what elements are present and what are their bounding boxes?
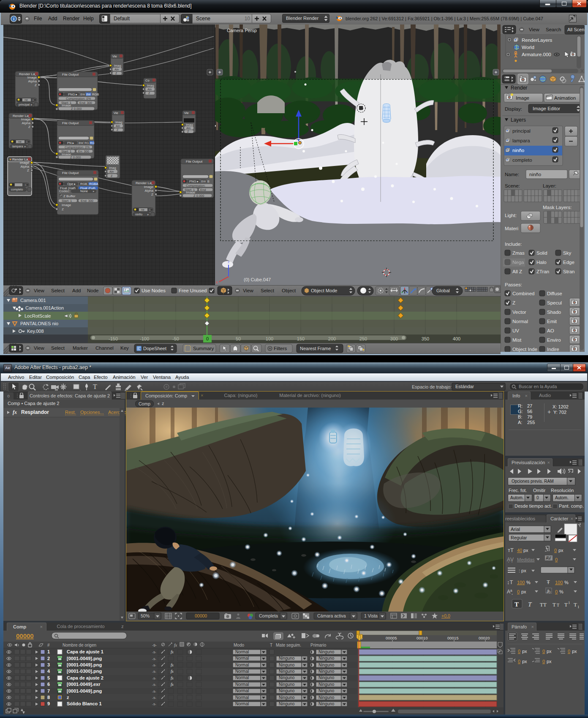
svg-text:Z Buffer: Z Buffer [63,194,76,198]
svg-text:En: 300: En: 300 [78,150,89,153]
svg-text:Vie: Vie [114,111,118,115]
svg-text:Image: Image [62,203,71,207]
svg-text:Image: Image [20,161,30,165]
svg-text:BW: BW [79,141,84,144]
svg-text:Vie: Vie [112,54,117,58]
svg-text:B: B [207,180,210,183]
svg-text:8W: 8W [86,93,91,96]
svg-text:Light:: Light: [505,213,517,218]
svg-text:3: 3 [47,662,50,667]
svg-text:[0001-0049].png: [0001-0049].png [67,662,102,667]
svg-text:ne: ne [18,140,22,143]
svg-text:Z: Z [62,207,64,211]
svg-text:Halo: Halo [536,260,547,265]
svg-text:Z: Z [28,125,30,129]
svg-text:400: 400 [453,336,460,341]
svg-text:Node: Node [87,288,99,293]
svg-text:BW: BW [201,180,206,183]
svg-text:Vector: Vector [512,310,526,315]
svg-text:Passes:: Passes: [505,282,522,287]
svg-text:Camera Persp: Camera Persp [227,28,257,33]
svg-text:completo: completo [512,158,532,163]
svg-text:-9-: -9- [152,696,156,700]
svg-text:Aln: Aln [147,88,152,91]
svg-text:Buscar en la Ayuda: Buscar en la Ayuda [519,384,557,389]
svg-text:Alpha: Alpha [28,79,37,83]
svg-text:PN ▸: PN ▸ [67,141,74,145]
svg-text:RenderLayers: RenderLayers [522,38,552,43]
svg-text:0: 0 [568,649,570,654]
svg-text:50%: 50% [141,613,150,618]
svg-text:Specul: Specul [547,300,562,305]
svg-text:Key.008: Key.008 [27,329,44,334]
svg-text:Z: Z [111,174,113,177]
svg-text:Object: Object [282,288,296,293]
svg-text:UV: UV [512,328,519,333]
svg-text:00010: 00010 [416,636,427,640]
svg-text:All Z: All Z [512,269,522,274]
svg-text:00015: 00015 [447,636,458,640]
svg-text:ZTran: ZTran [536,269,549,274]
svg-text:тT: тT [508,547,514,553]
svg-text:0: 0 [517,589,520,594]
svg-text:[0001-0049].png: [0001-0049].png [67,656,102,661]
svg-text:Ope ▸: Ope ▸ [67,182,76,186]
svg-text:Layers: Layers [511,117,526,123]
svg-text:9: 9 [47,701,50,706]
svg-text:100: 100 [555,580,563,585]
svg-text:Summary: Summary [193,346,214,351]
svg-text:Compression: 0%: Compression: 0% [65,145,90,149]
svg-text:T: T [574,601,577,608]
svg-text:Mist: Mist [512,337,522,343]
svg-text:Espacio de trabajo:: Espacio de trabajo: [412,384,452,389]
svg-text:4: 4 [47,669,50,674]
svg-text:px: px [547,659,552,664]
svg-text:Completa: Completa [259,613,278,618]
svg-text:Ninguno: Ninguno [318,669,335,674]
svg-text:Ninguno: Ninguno [318,675,335,680]
svg-text:T: T [270,643,272,647]
svg-text:Ninguno: Ninguno [279,688,295,693]
svg-text:0: 0 [554,548,557,553]
svg-text:Modo: Modo [234,643,244,647]
svg-text:Capa de ajuste 2: Capa de ajuste 2 [67,675,103,680]
svg-text:Z: Z [187,130,189,133]
svg-text:ne: ne [24,98,28,101]
svg-text:Animation: Animation [554,95,576,101]
svg-text:Armature.000: Armature.000 [522,52,551,57]
svg-text:RG: RG [84,141,89,144]
svg-text:Select: Select [51,345,65,351]
svg-text:Aln: Aln [186,127,191,130]
svg-text:Cámara activa: Cámara activa [317,613,346,618]
svg-text:-9-: -9- [152,657,156,661]
svg-text:Image: Image [144,185,154,189]
svg-text:i: i [13,16,14,21]
svg-text:1: 1 [577,605,580,609]
svg-text:Sólido Blanco 1: Sólido Blanco 1 [67,701,102,706]
svg-text:Medidas: Medidas [517,557,535,562]
svg-text:0: 0 [555,557,558,562]
svg-text:1 Vista: 1 Vista [364,613,378,618]
svg-text:40: 40 [517,548,522,553]
svg-text:0: 0 [518,659,520,664]
svg-text:Ninguno: Ninguno [279,702,295,706]
svg-text:lampara: lampara [512,138,530,143]
svg-text:Camera.001: Camera.001 [20,298,46,303]
svg-text:8: 8 [47,695,50,700]
svg-text:Imag: Imag [147,84,154,87]
svg-text:PNG ▸: PNG ▸ [68,92,77,96]
svg-text:Estándar: Estándar [455,384,474,389]
svg-text:Mate seguim.: Mate seguim. [276,643,301,647]
svg-text:Ninguno: Ninguno [318,688,335,693]
svg-text:0: 0 [518,649,520,654]
svg-text:x: x [216,280,218,284]
svg-text:px: px [547,649,552,654]
svg-text:px: px [521,589,526,594]
svg-text:%: % [564,580,569,585]
svg-text:Diffuse: Diffuse [547,291,562,296]
svg-text:px: px [558,548,564,553]
svg-text:▸: ▸ [24,145,26,148]
svg-text:Z: Z [151,193,153,196]
svg-text:Aª̝: Aª̝ [507,589,513,595]
svg-text:Key: Key [120,345,129,351]
